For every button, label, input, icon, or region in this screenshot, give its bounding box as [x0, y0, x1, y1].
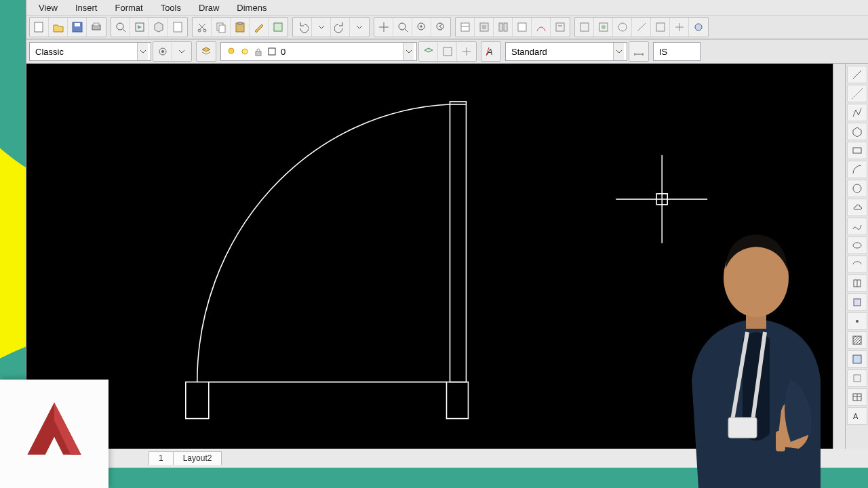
layer-prev-icon[interactable] [419, 42, 438, 61]
point-icon[interactable] [847, 312, 867, 330]
circle-icon[interactable] [847, 180, 867, 197]
region-icon[interactable] [847, 369, 867, 387]
svg-rect-15 [274, 23, 282, 31]
sheet-icon[interactable] [168, 18, 187, 37]
workspace-dropdown[interactable]: Classic [29, 42, 151, 61]
insert-block-icon[interactable] [847, 274, 867, 292]
markup-icon[interactable] [532, 18, 551, 37]
polyline-icon[interactable] [847, 104, 867, 121]
extra7-icon[interactable] [689, 18, 708, 37]
svg-rect-26 [499, 23, 502, 31]
layer-states-icon[interactable] [438, 42, 457, 61]
workspace-settings-icon[interactable] [153, 42, 172, 61]
save-icon[interactable] [68, 18, 87, 37]
open-icon[interactable] [49, 18, 68, 37]
extra4-icon[interactable] [632, 18, 651, 37]
svg-rect-31 [580, 23, 589, 31]
dim-style-dropdown[interactable]: IS [653, 42, 701, 61]
autocad-window: View Insert Format Tools Draw Dimens [26, 0, 868, 468]
svg-rect-55 [853, 148, 861, 153]
svg-rect-41 [256, 52, 261, 56]
sun-icon [240, 47, 250, 56]
print-icon[interactable] [87, 18, 106, 37]
extra6-icon[interactable] [670, 18, 689, 37]
paste-icon[interactable] [231, 18, 250, 37]
rectangle-icon[interactable] [847, 142, 867, 159]
ellipse-icon[interactable] [847, 237, 867, 254]
toolbar-standard [26, 15, 868, 39]
tab-layout1[interactable]: 1 [149, 451, 174, 465]
copy-icon[interactable] [212, 18, 231, 37]
chevron-down-icon [137, 43, 148, 60]
hatch-icon[interactable] [847, 331, 867, 349]
svg-point-38 [161, 50, 164, 53]
mtext-icon[interactable]: A [847, 407, 867, 425]
revision-cloud-icon[interactable] [847, 199, 867, 216]
polygon-icon[interactable] [847, 123, 867, 140]
svg-rect-60 [854, 299, 861, 306]
tool-palettes-icon[interactable] [494, 18, 513, 37]
svg-point-39 [229, 48, 234, 54]
svg-line-53 [853, 70, 861, 79]
cut-icon[interactable] [193, 18, 212, 37]
design-center-icon[interactable] [475, 18, 494, 37]
ellipse-arc-icon[interactable] [847, 256, 867, 273]
match-props-icon[interactable] [250, 18, 269, 37]
cube-icon[interactable] [149, 18, 168, 37]
sheet-set-icon[interactable] [513, 18, 532, 37]
block-editor-icon[interactable] [269, 18, 288, 37]
new-icon[interactable] [30, 18, 49, 37]
layer-dropdown[interactable]: 0 [220, 42, 417, 61]
spline-icon[interactable] [847, 218, 867, 235]
drawing-area[interactable]: A [26, 64, 868, 449]
zoom-window-icon[interactable] [412, 18, 431, 37]
svg-line-17 [405, 29, 408, 32]
redo-icon[interactable] [331, 18, 350, 37]
svg-rect-0 [35, 22, 43, 32]
menu-view[interactable]: View [39, 3, 58, 13]
svg-point-57 [853, 243, 861, 248]
svg-point-34 [618, 23, 627, 31]
menu-format[interactable]: Format [115, 3, 142, 13]
gradient-icon[interactable] [847, 350, 867, 368]
lightbulb-icon [226, 47, 236, 56]
text-style-label: Standard [511, 47, 547, 57]
text-style-icon[interactable]: A [481, 42, 500, 61]
properties-icon[interactable] [456, 18, 475, 37]
extra5-icon[interactable] [651, 18, 670, 37]
table-icon[interactable] [847, 388, 867, 406]
vertical-scrollbar[interactable] [833, 64, 845, 449]
tab-layout2[interactable]: Layout2 [173, 451, 222, 465]
menu-insert[interactable]: Insert [75, 3, 98, 13]
extra2-icon[interactable] [594, 18, 613, 37]
publish-icon[interactable] [130, 18, 149, 37]
zoom-previous-icon[interactable] [431, 18, 450, 37]
zoom-realtime-icon[interactable] [393, 18, 412, 37]
layer-name: 0 [281, 47, 285, 57]
menubar: View Insert Format Tools Draw Dimens [26, 0, 868, 15]
extra3-icon[interactable] [613, 18, 632, 37]
pan-icon[interactable] [374, 18, 393, 37]
line-tool-icon[interactable] [847, 66, 867, 83]
arc-icon[interactable] [847, 161, 867, 178]
make-block-icon[interactable] [847, 293, 867, 311]
extra1-icon[interactable] [575, 18, 594, 37]
construction-line-icon[interactable] [847, 85, 867, 102]
menu-draw[interactable]: Draw [199, 3, 219, 13]
text-style-dropdown[interactable]: Standard [505, 42, 627, 61]
svg-text:A: A [853, 412, 859, 420]
quickcalc-icon[interactable] [551, 18, 570, 37]
menu-tools[interactable]: Tools [161, 3, 181, 13]
workspace-label: Classic [35, 47, 64, 57]
undo-icon[interactable] [293, 18, 312, 37]
layer-iso-icon[interactable] [457, 42, 476, 61]
layer-properties-icon[interactable] [197, 42, 216, 61]
dimstyle-icon[interactable] [629, 42, 648, 61]
undo-dropdown-icon[interactable] [312, 18, 331, 37]
plot-preview-icon[interactable] [111, 18, 130, 37]
svg-point-61 [856, 320, 859, 323]
right-toolbar: A [845, 64, 868, 449]
workspace-drop-icon[interactable] [172, 42, 191, 61]
menu-dimension[interactable]: Dimens [237, 3, 267, 13]
redo-dropdown-icon[interactable] [350, 18, 369, 37]
